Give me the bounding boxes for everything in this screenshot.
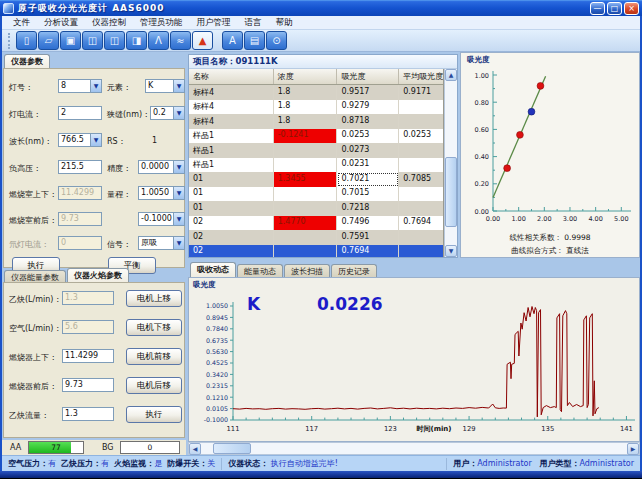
cell-absorbance[interactable]: 0.7496 bbox=[337, 216, 399, 231]
flame-action-button-2[interactable]: 电机前移 bbox=[126, 348, 182, 365]
cell-name[interactable]: 标样4 bbox=[189, 100, 274, 115]
lamp-no-select[interactable]: 8▼ bbox=[58, 79, 102, 93]
open-folder-button[interactable]: ▱ bbox=[38, 31, 59, 50]
save-button[interactable]: ▣ bbox=[60, 31, 81, 50]
table-row[interactable]: 010.7015 bbox=[189, 187, 443, 202]
menu-item-1[interactable]: 分析设置 bbox=[37, 17, 85, 29]
cell-concentration[interactable] bbox=[274, 158, 338, 173]
flame-ignite-button[interactable]: ▲ bbox=[192, 31, 213, 50]
col-concentration[interactable]: 浓度 bbox=[274, 69, 338, 84]
cell-name[interactable]: 02 bbox=[189, 245, 274, 258]
tab-dynamics-3[interactable]: 历史记录 bbox=[331, 264, 377, 277]
cell-avg-absorbance[interactable] bbox=[399, 201, 443, 216]
table-row[interactable]: 020.7694 bbox=[189, 245, 443, 258]
cell-concentration[interactable]: 1.8 bbox=[274, 100, 338, 115]
col-absorbance[interactable]: 吸光度 bbox=[337, 69, 399, 84]
cell-avg-absorbance[interactable] bbox=[399, 245, 443, 258]
col-avg-absorbance[interactable]: 平均吸光度 bbox=[399, 69, 443, 84]
cell-absorbance[interactable]: 0.7694 bbox=[337, 245, 399, 258]
printer-button[interactable]: ▤ bbox=[244, 31, 265, 50]
flame-action-button-0[interactable]: 电机上移 bbox=[126, 290, 182, 307]
scroll-left-icon[interactable]: ◀ bbox=[189, 443, 201, 455]
cell-absorbance[interactable]: 0.7218 bbox=[337, 201, 399, 216]
cell-avg-absorbance[interactable] bbox=[399, 158, 443, 173]
col-name[interactable]: 名称 bbox=[189, 69, 274, 84]
table-row[interactable]: 标样41.80.95170.9171 bbox=[189, 85, 443, 100]
table-row[interactable]: 样品1-0.12410.02530.0253 bbox=[189, 129, 443, 144]
flame-field-input-4[interactable]: 1.3 bbox=[62, 407, 114, 421]
precision-select[interactable]: 0.0000▼ bbox=[138, 160, 185, 174]
table-row[interactable]: 011.34550.70210.7085 bbox=[189, 172, 443, 187]
cell-avg-absorbance[interactable] bbox=[399, 187, 443, 202]
burner-adjust-button[interactable]: ≈ bbox=[170, 31, 191, 50]
cell-name[interactable]: 样品1 bbox=[189, 129, 274, 144]
menu-item-2[interactable]: 仪器控制 bbox=[85, 17, 133, 29]
wavelength-select[interactable]: 766.5▼ bbox=[58, 133, 102, 147]
scroll-down-icon[interactable]: ▼ bbox=[445, 245, 457, 257]
menu-item-0[interactable]: 文件 bbox=[6, 17, 37, 29]
menu-item-3[interactable]: 管理员功能 bbox=[133, 17, 190, 29]
tab-flame-1[interactable]: 仪器火焰参数 bbox=[67, 268, 129, 283]
flame-action-button-3[interactable]: 电机后移 bbox=[126, 377, 182, 394]
cell-name[interactable]: 标样4 bbox=[189, 114, 274, 129]
cell-absorbance[interactable]: 0.9279 bbox=[337, 100, 399, 115]
flame-action-button-4[interactable]: 执行 bbox=[126, 406, 182, 423]
table-row[interactable]: 标样41.80.9279 bbox=[189, 100, 443, 115]
cell-avg-absorbance[interactable]: 0.0253 bbox=[399, 129, 443, 144]
cell-name[interactable]: 01 bbox=[189, 187, 274, 202]
flame-field-input-2[interactable]: 11.4299 bbox=[62, 349, 114, 363]
cell-concentration[interactable]: 1.3455 bbox=[274, 172, 338, 187]
slit-select[interactable]: 0.2▼ bbox=[150, 106, 185, 120]
cell-concentration[interactable]: 1.8 bbox=[274, 85, 338, 100]
cell-absorbance[interactable]: 0.8718 bbox=[337, 114, 399, 129]
tab-instrument-params[interactable]: 仪器参数 bbox=[4, 54, 50, 69]
cell-concentration[interactable]: 1.8 bbox=[274, 114, 338, 129]
cell-concentration[interactable] bbox=[274, 245, 338, 258]
chart-horizontal-scrollbar[interactable]: ◀ ▶ bbox=[188, 442, 640, 455]
cell-concentration[interactable] bbox=[274, 201, 338, 216]
cell-absorbance[interactable]: 0.0273 bbox=[337, 143, 399, 158]
cell-avg-absorbance[interactable] bbox=[399, 100, 443, 115]
cell-absorbance[interactable]: 0.9517 bbox=[337, 85, 399, 100]
wavelength-scan-button[interactable]: Λ bbox=[148, 31, 169, 50]
lamp-select-button[interactable]: ◫ bbox=[82, 31, 103, 50]
cell-avg-absorbance[interactable]: 0.7085 bbox=[399, 172, 443, 187]
element-select[interactable]: K▼ bbox=[145, 79, 185, 93]
cell-avg-absorbance[interactable]: 0.7694 bbox=[399, 216, 443, 231]
cell-avg-absorbance[interactable] bbox=[399, 143, 443, 158]
table-vertical-scrollbar[interactable]: ▲ ▼ bbox=[444, 69, 457, 257]
power-button[interactable]: ⊙ bbox=[266, 31, 287, 50]
cell-concentration[interactable] bbox=[274, 187, 338, 202]
lamp-current-input[interactable]: 2 bbox=[58, 106, 102, 120]
cell-avg-absorbance[interactable]: 0.9171 bbox=[399, 85, 443, 100]
minimize-button[interactable]: — bbox=[590, 2, 605, 15]
offset-select[interactable]: -0.1000▼ bbox=[138, 212, 185, 226]
table-row[interactable]: 样品10.0231 bbox=[189, 158, 443, 173]
menu-item-6[interactable]: 帮助 bbox=[269, 17, 300, 29]
cell-name[interactable]: 02 bbox=[189, 230, 274, 245]
cell-absorbance[interactable]: 0.7015 bbox=[337, 187, 399, 202]
monochromator-button[interactable]: ◨ bbox=[126, 31, 147, 50]
table-row[interactable]: 样品10.0273 bbox=[189, 143, 443, 158]
cell-name[interactable]: 01 bbox=[189, 172, 274, 187]
scrollbar-thumb[interactable] bbox=[445, 157, 457, 227]
cell-avg-absorbance[interactable] bbox=[399, 230, 443, 245]
maximize-button[interactable]: □ bbox=[607, 2, 622, 15]
autosampler-button[interactable]: A bbox=[222, 31, 243, 50]
new-document-button[interactable]: ▯ bbox=[16, 31, 37, 50]
cell-absorbance[interactable]: 0.0253 bbox=[337, 129, 399, 144]
table-row[interactable]: 021.47700.74960.7694 bbox=[189, 216, 443, 231]
tab-dynamics-1[interactable]: 能量动态 bbox=[237, 264, 283, 277]
range-select[interactable]: 1.0050▼ bbox=[138, 186, 185, 200]
cell-name[interactable]: 样品1 bbox=[189, 143, 274, 158]
cell-avg-absorbance[interactable] bbox=[399, 114, 443, 129]
table-row[interactable]: 标样41.80.8718 bbox=[189, 114, 443, 129]
cell-concentration[interactable]: 1.4770 bbox=[274, 216, 338, 231]
cell-absorbance[interactable]: 0.7021 bbox=[337, 172, 399, 187]
cell-name[interactable]: 02 bbox=[189, 216, 274, 231]
cell-name[interactable]: 样品1 bbox=[189, 158, 274, 173]
table-row[interactable]: 010.7218 bbox=[189, 201, 443, 216]
cell-name[interactable]: 标样4 bbox=[189, 85, 274, 100]
table-row[interactable]: 020.7591 bbox=[189, 230, 443, 245]
tab-dynamics-2[interactable]: 波长扫描 bbox=[284, 264, 330, 277]
